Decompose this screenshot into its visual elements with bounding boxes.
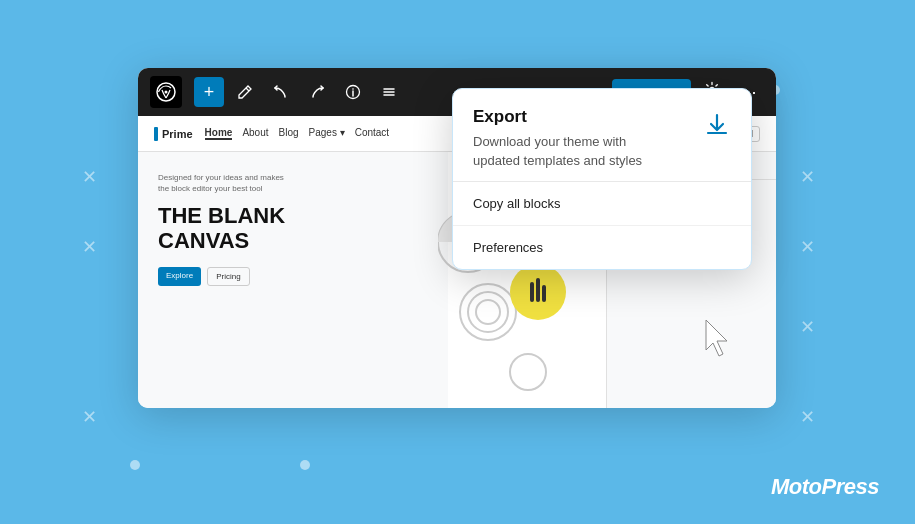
nav-home[interactable]: Home — [205, 127, 233, 140]
nav-links: Home About Blog Pages ▾ Contact — [205, 127, 390, 140]
cross-decoration: ✕ — [800, 408, 815, 426]
nav-blog[interactable]: Blog — [279, 127, 299, 140]
export-title: Export — [473, 107, 642, 127]
redo-button[interactable] — [302, 77, 332, 107]
copy-all-blocks-item[interactable]: Copy all blocks — [453, 182, 751, 226]
export-description: Download your theme with updated templat… — [473, 133, 642, 171]
cross-decoration: ✕ — [82, 408, 97, 426]
hero-buttons: Explore Pricing — [158, 267, 428, 286]
wordpress-logo — [150, 76, 182, 108]
undo-button[interactable] — [266, 77, 296, 107]
add-block-button[interactable]: + — [194, 77, 224, 107]
cross-decoration: ✕ — [800, 168, 815, 186]
svg-point-4 — [352, 88, 354, 90]
svg-rect-15 — [536, 278, 540, 302]
dot-decoration — [300, 460, 310, 470]
svg-point-12 — [476, 300, 500, 324]
svg-point-11 — [468, 292, 508, 332]
cross-decoration: ✕ — [82, 238, 97, 256]
nav-about[interactable]: About — [242, 127, 268, 140]
cross-decoration: ✕ — [82, 168, 97, 186]
cross-decoration: ✕ — [800, 318, 815, 336]
svg-point-18 — [510, 354, 546, 390]
nav-pages[interactable]: Pages ▾ — [309, 127, 345, 140]
download-icon[interactable] — [703, 111, 731, 145]
dot-decoration — [130, 460, 140, 470]
site-hero: Designed for your ideas and makes the bl… — [138, 152, 448, 408]
cross-decoration: ✕ — [800, 238, 815, 256]
hero-subtitle: Designed for your ideas and makes the bl… — [158, 172, 428, 194]
info-button[interactable] — [338, 77, 368, 107]
logo-bar — [154, 127, 158, 141]
explore-button[interactable]: Explore — [158, 267, 201, 286]
list-view-button[interactable] — [374, 77, 404, 107]
svg-rect-16 — [542, 285, 546, 302]
svg-rect-14 — [530, 282, 534, 302]
export-header: Export Download your theme with updated … — [453, 89, 751, 181]
hero-title: THE BLANK CANVAS — [158, 204, 428, 252]
pencil-button[interactable] — [230, 77, 260, 107]
motopress-logo: MotoPress — [771, 474, 879, 500]
nav-contact[interactable]: Contact — [355, 127, 389, 140]
preferences-item[interactable]: Preferences — [453, 226, 751, 269]
export-card: Export Download your theme with updated … — [452, 88, 752, 270]
pricing-button[interactable]: Pricing — [207, 267, 249, 286]
svg-point-1 — [165, 91, 168, 94]
site-logo: Prime — [154, 127, 193, 141]
